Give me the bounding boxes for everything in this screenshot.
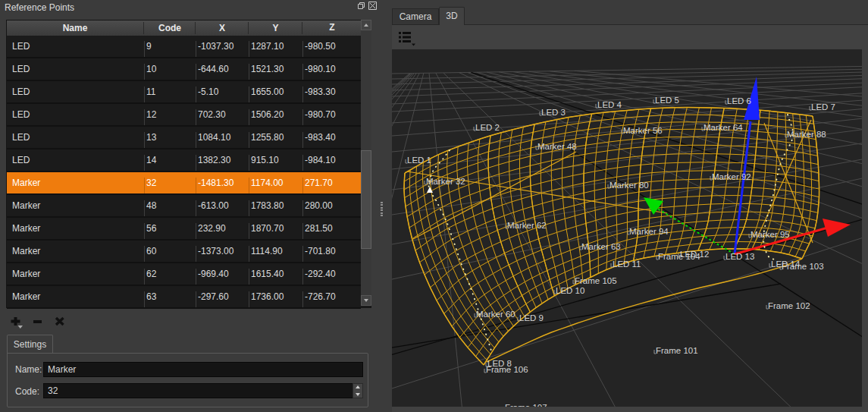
svg-text:Marker 48: Marker 48	[537, 142, 577, 151]
svg-text:Marker 92: Marker 92	[712, 172, 751, 181]
svg-text:Marker 32: Marker 32	[426, 177, 465, 186]
svg-text:LED 6: LED 6	[727, 96, 751, 105]
svg-text:LED 2: LED 2	[475, 123, 500, 132]
svg-text:LED 3: LED 3	[541, 108, 566, 117]
svg-text:Marker 62: Marker 62	[507, 221, 547, 230]
svg-text:LED 7: LED 7	[811, 102, 835, 112]
svg-text:Marker 64: Marker 64	[703, 123, 743, 132]
svg-text:LED 9: LED 9	[519, 313, 544, 322]
svg-text:Frame 105: Frame 105	[575, 276, 617, 285]
svg-text:LED 11: LED 11	[613, 259, 641, 269]
svg-text:Marker 88: Marker 88	[787, 130, 826, 139]
svg-text:Marker 95: Marker 95	[750, 230, 790, 239]
svg-text:Marker 80: Marker 80	[609, 181, 649, 190]
svg-text:Frame 101: Frame 101	[656, 346, 698, 355]
svg-text:LED 4: LED 4	[597, 100, 622, 109]
svg-text:LED 5: LED 5	[655, 96, 679, 105]
svg-text:Marker 60: Marker 60	[476, 310, 515, 319]
svg-text:LED 1: LED 1	[407, 156, 431, 165]
svg-text:Marker 56: Marker 56	[623, 126, 663, 135]
svg-text:Marker 63: Marker 63	[581, 242, 621, 251]
svg-text:Frame 103: Frame 103	[782, 262, 824, 271]
svg-text:Frame 106: Frame 106	[486, 365, 528, 374]
svg-text:LED 12: LED 12	[680, 250, 709, 259]
svg-text:Frame 102: Frame 102	[768, 301, 810, 310]
svg-text:Frame 107: Frame 107	[505, 403, 547, 407]
svg-text:Marker 94: Marker 94	[629, 227, 669, 236]
svg-text:LED 13: LED 13	[725, 252, 754, 261]
svg-text:LED 10: LED 10	[556, 286, 584, 295]
